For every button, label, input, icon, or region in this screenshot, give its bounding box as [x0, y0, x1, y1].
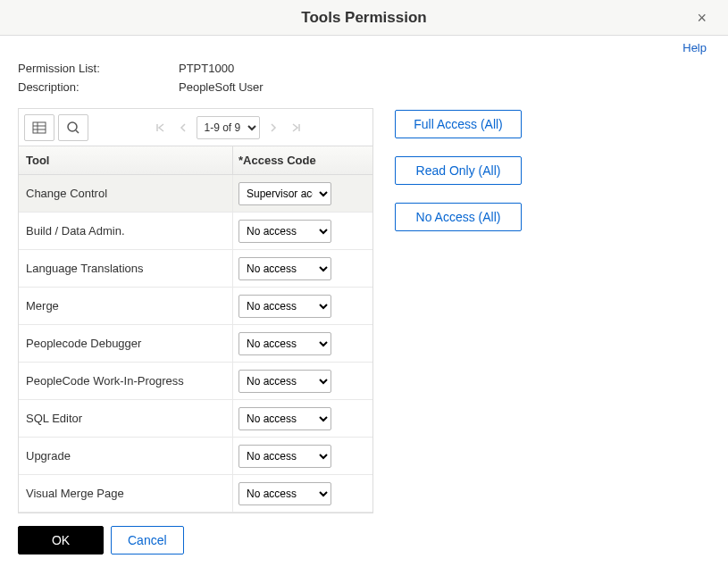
- access-cell: Supervisor accNo accessRead onlyFull acc…: [233, 213, 372, 249]
- grid-header: Tool *Access Code: [19, 146, 372, 175]
- access-code-select[interactable]: Supervisor accNo accessRead onlyFull acc…: [238, 182, 331, 205]
- access-code-select[interactable]: Supervisor accNo accessRead onlyFull acc…: [238, 407, 331, 430]
- main-area: 1-9 of 9 Tool *Access Code Change Contro…: [18, 108, 710, 513]
- table-row: Language TranslationsSupervisor accNo ac…: [19, 250, 372, 288]
- search-button[interactable]: [58, 114, 88, 141]
- access-cell: Supervisor accNo accessRead onlyFull acc…: [233, 288, 372, 324]
- action-buttons: Full Access (All) Read Only (All) No Acc…: [395, 108, 522, 231]
- description-label: Description:: [18, 80, 179, 94]
- table-row: MergeSupervisor accNo accessRead onlyFul…: [19, 288, 372, 325]
- permission-list-label: Permission List:: [18, 62, 179, 75]
- no-access-all-button[interactable]: No Access (All): [395, 203, 522, 231]
- read-only-all-button[interactable]: Read Only (All): [395, 156, 522, 185]
- col-header-tool[interactable]: Tool: [19, 146, 233, 174]
- page-select[interactable]: 1-9 of 9: [197, 116, 260, 139]
- tool-cell: Merge: [19, 288, 233, 324]
- toolbar-left: [24, 114, 88, 141]
- access-code-select[interactable]: Supervisor accNo accessRead onlyFull acc…: [238, 482, 331, 505]
- modal-title: Tools Permission: [301, 9, 426, 27]
- help-link[interactable]: Help: [682, 41, 707, 54]
- pagination: 1-9 of 9: [88, 116, 367, 139]
- tool-cell: Visual Merge Page: [19, 475, 233, 512]
- permission-list-value: PTPT1000: [179, 62, 234, 75]
- table-row: Change ControlSupervisor accNo accessRea…: [19, 175, 372, 213]
- table-row: PeopleCode Work-In-ProgressSupervisor ac…: [19, 363, 372, 400]
- tool-cell: Build / Data Admin.: [19, 213, 233, 249]
- access-cell: Supervisor accNo accessRead onlyFull acc…: [233, 438, 372, 474]
- access-code-select[interactable]: Supervisor accNo accessRead onlyFull acc…: [238, 332, 331, 355]
- access-code-select[interactable]: Supervisor accNo accessRead onlyFull acc…: [238, 370, 331, 393]
- tool-cell: SQL Editor: [19, 400, 233, 437]
- access-code-select[interactable]: Supervisor accNo accessRead onlyFull acc…: [238, 220, 331, 243]
- info-section: Permission List: PTPT1000 Description: P…: [18, 62, 710, 94]
- search-icon: [66, 121, 80, 135]
- chevron-right-icon: [269, 122, 278, 133]
- first-page-button[interactable]: [152, 119, 170, 137]
- svg-line-5: [76, 130, 79, 133]
- access-cell: Supervisor accNo accessRead onlyFull acc…: [233, 250, 372, 287]
- col-header-access-label: Access Code: [243, 154, 316, 167]
- col-header-access[interactable]: *Access Code: [233, 146, 372, 174]
- table-row: Peoplecode DebuggerSupervisor accNo acce…: [19, 325, 372, 363]
- access-cell: Supervisor accNo accessRead onlyFull acc…: [233, 363, 372, 399]
- ok-button[interactable]: OK: [18, 526, 104, 554]
- access-cell: Supervisor accNo accessRead onlyFull acc…: [233, 325, 372, 362]
- info-row-description: Description: PeopleSoft User: [18, 80, 710, 94]
- last-page-button[interactable]: [287, 119, 305, 137]
- first-page-icon: [155, 122, 166, 133]
- access-code-select[interactable]: Supervisor accNo accessRead onlyFull acc…: [238, 445, 331, 468]
- access-cell: Supervisor accNo accessRead onlyFull acc…: [233, 175, 372, 212]
- grid-settings-button[interactable]: [24, 114, 54, 141]
- table-row: SQL EditorSupervisor accNo accessRead on…: [19, 400, 372, 438]
- tool-cell: Upgrade: [19, 438, 233, 474]
- grid-toolbar: 1-9 of 9: [19, 109, 372, 146]
- tool-cell: Language Translations: [19, 250, 233, 287]
- grid-icon: [32, 121, 46, 135]
- grid-container: 1-9 of 9 Tool *Access Code Change Contro…: [18, 108, 373, 513]
- svg-rect-0: [33, 122, 46, 133]
- table-row: Build / Data Admin.Supervisor accNo acce…: [19, 213, 372, 250]
- chevron-left-icon: [179, 122, 188, 133]
- content-area: Permission List: PTPT1000 Description: P…: [0, 54, 728, 567]
- cancel-button[interactable]: Cancel: [111, 526, 184, 554]
- grid-body: Change ControlSupervisor accNo accessRea…: [19, 175, 372, 513]
- info-row-permission: Permission List: PTPT1000: [18, 62, 710, 75]
- table-row: Visual Merge PageSupervisor accNo access…: [19, 475, 372, 513]
- last-page-icon: [290, 122, 301, 133]
- modal-header: Tools Permission ×: [0, 0, 728, 36]
- tool-cell: Change Control: [19, 175, 233, 212]
- prev-page-button[interactable]: [175, 119, 191, 137]
- tool-cell: PeopleCode Work-In-Progress: [19, 363, 233, 399]
- next-page-button[interactable]: [265, 119, 281, 137]
- access-code-select[interactable]: Supervisor accNo accessRead onlyFull acc…: [238, 295, 331, 318]
- access-cell: Supervisor accNo accessRead onlyFull acc…: [233, 475, 372, 512]
- access-cell: Supervisor accNo accessRead onlyFull acc…: [233, 400, 372, 437]
- full-access-all-button[interactable]: Full Access (All): [395, 110, 522, 138]
- footer: OK Cancel: [18, 526, 710, 554]
- help-row: Help: [0, 36, 728, 54]
- tool-cell: Peoplecode Debugger: [19, 325, 233, 362]
- svg-point-4: [68, 122, 77, 131]
- access-code-select[interactable]: Supervisor accNo accessRead onlyFull acc…: [238, 257, 331, 280]
- close-button[interactable]: ×: [693, 4, 710, 30]
- description-value: PeopleSoft User: [179, 80, 264, 94]
- table-row: UpgradeSupervisor accNo accessRead onlyF…: [19, 438, 372, 475]
